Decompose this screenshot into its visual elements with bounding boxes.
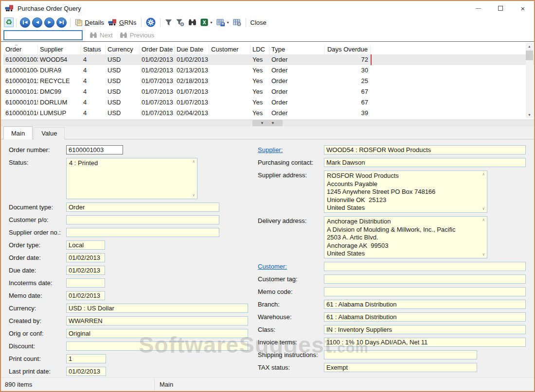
splitter-bar[interactable]: ▼ ▼ bbox=[1, 119, 534, 126]
find-next-button[interactable]: Next bbox=[89, 32, 113, 39]
customer-tag-field[interactable] bbox=[324, 274, 526, 284]
memo-date-field[interactable]: 01/02/2013 bbox=[66, 291, 105, 300]
grid-cell[interactable]: 4 bbox=[81, 98, 106, 107]
grid-cell[interactable]: Yes bbox=[250, 76, 269, 86]
grid-cell[interactable]: 01/07/2013 bbox=[140, 98, 175, 107]
delivery-address-field[interactable]: Anchorage Distribution A Division of Mou… bbox=[324, 216, 487, 258]
grid-cell[interactable] bbox=[209, 80, 250, 83]
grid-cell[interactable]: WOOD54 bbox=[38, 55, 81, 65]
refresh-button[interactable]: ♻ bbox=[4, 17, 14, 27]
customer-po-field[interactable] bbox=[66, 215, 219, 224]
grid-cell[interactable]: RECYCLE bbox=[38, 76, 81, 86]
grid-cell[interactable]: Yes bbox=[250, 87, 269, 97]
order-number-field[interactable]: 6100001003 bbox=[66, 145, 123, 154]
currency-field[interactable]: USD : US Dollar bbox=[66, 304, 248, 313]
grid-cell[interactable]: USD bbox=[106, 87, 140, 97]
column-header-order-date[interactable]: Order Date bbox=[140, 45, 175, 54]
grid-cell[interactable]: 02/13/2013 bbox=[175, 66, 209, 75]
grid-cell[interactable]: Order bbox=[269, 98, 325, 107]
grid-cell[interactable]: 6100001003 bbox=[3, 55, 38, 65]
grid-cell[interactable]: Order bbox=[269, 108, 325, 118]
scrollbar-thumb[interactable] bbox=[526, 51, 533, 60]
grid-cell[interactable]: 01/02/2013 bbox=[175, 55, 209, 65]
grid-cell[interactable]: Order bbox=[269, 66, 325, 75]
previous-record-button[interactable]: ◀ bbox=[32, 17, 42, 28]
grid-row[interactable]: 6100001004DURA94USD01/02/201302/13/2013Y… bbox=[3, 65, 534, 76]
grid-cell[interactable]: USD bbox=[106, 98, 140, 107]
grid-cell[interactable]: 6100001012 bbox=[3, 76, 38, 86]
status-field[interactable]: 4 : Printed∧∨ bbox=[66, 158, 197, 199]
grid-cell[interactable]: Yes bbox=[250, 55, 269, 65]
column-header-type[interactable]: Type bbox=[269, 45, 325, 54]
incoterms-date-field[interactable] bbox=[66, 278, 105, 288]
grid-cell[interactable]: 67 bbox=[325, 87, 371, 97]
discount-field[interactable] bbox=[66, 341, 248, 351]
grid-cell[interactable]: 01/07/2013 bbox=[140, 108, 175, 118]
grid-cell[interactable] bbox=[209, 69, 250, 72]
tab-value[interactable]: Value bbox=[34, 127, 65, 139]
grid-cell[interactable]: 25 bbox=[325, 76, 371, 86]
scrollbar-up-icon[interactable]: ▲ bbox=[526, 43, 533, 50]
last-print-date-field[interactable]: 01/02/2013 bbox=[66, 367, 106, 376]
grid-cell[interactable]: 02/04/2013 bbox=[175, 108, 209, 118]
orig-or-conf-field[interactable]: Original bbox=[66, 329, 248, 338]
grid-cell[interactable]: 6100001004 bbox=[3, 66, 38, 75]
warehouse-field[interactable]: 61 : Alabama Distribution bbox=[324, 312, 526, 322]
last-record-button[interactable]: ▶ bbox=[56, 17, 67, 28]
print-count-field[interactable]: 1 bbox=[66, 354, 106, 363]
column-header-status[interactable]: Status bbox=[81, 45, 106, 54]
grid-cell[interactable]: 4 bbox=[81, 87, 106, 97]
column-header-days-overdue[interactable]: Days Overdue bbox=[325, 45, 371, 54]
grid-cell[interactable]: 01/07/2013 bbox=[175, 87, 209, 97]
first-record-button[interactable]: ◀ bbox=[20, 17, 30, 28]
document-type-field[interactable]: Order bbox=[66, 203, 219, 212]
column-header-supplier[interactable]: Supplier bbox=[38, 45, 81, 54]
grid-cell[interactable]: 6100001015 bbox=[3, 98, 38, 107]
grid-cell[interactable]: 4 bbox=[81, 76, 106, 86]
order-date-field[interactable]: 01/02/2013 bbox=[66, 253, 105, 262]
grid-row[interactable]: 6100001015DORLUM4USD01/07/201301/07/2013… bbox=[3, 97, 534, 108]
splitter-grip[interactable]: ▼ ▼ bbox=[252, 120, 283, 126]
grns-button[interactable]: GRNs bbox=[106, 18, 138, 27]
grid-row[interactable]: 6100001013DMC994USD01/07/201301/07/2013Y… bbox=[3, 86, 534, 97]
grid-cell[interactable]: 01/07/2013 bbox=[140, 76, 175, 86]
grid-cell[interactable]: 02/18/2013 bbox=[175, 76, 209, 86]
grid-cell[interactable] bbox=[209, 102, 250, 104]
customer-field[interactable] bbox=[324, 262, 526, 271]
grid-cell[interactable]: 72 bbox=[325, 55, 371, 65]
scroll-up-icon[interactable]: ∧ bbox=[482, 218, 485, 222]
find-button[interactable] bbox=[186, 18, 198, 27]
grid-cell[interactable]: DURA9 bbox=[38, 66, 81, 75]
supplier-field[interactable]: WOOD54 : ROSFOR Wood Products bbox=[324, 145, 526, 154]
column-header-ldc[interactable]: LDC bbox=[250, 45, 269, 54]
created-by-field[interactable]: WWARREN bbox=[66, 316, 248, 325]
save-layout-button[interactable]: ▾ bbox=[214, 17, 231, 27]
tax-status-field[interactable]: Exempt bbox=[324, 363, 477, 372]
export-excel-button[interactable]: X ▾ bbox=[198, 17, 214, 27]
grid-cell[interactable]: 6100001016 bbox=[3, 108, 38, 118]
close-button[interactable]: Close bbox=[249, 18, 268, 27]
column-header-due-date[interactable]: Due Date bbox=[175, 45, 209, 54]
next-record-button[interactable]: ▶ bbox=[44, 17, 54, 28]
grid-cell[interactable]: 4 bbox=[81, 108, 106, 118]
grid-cell[interactable]: 67 bbox=[325, 98, 371, 107]
grid-row[interactable]: 6100001016LUMSUP4USD01/07/201302/04/2013… bbox=[3, 108, 534, 119]
filter-button[interactable] bbox=[163, 18, 174, 27]
grid-settings-button[interactable] bbox=[231, 17, 243, 27]
grid-cell[interactable]: 4 bbox=[81, 55, 106, 65]
grid-cell[interactable]: 01/07/2013 bbox=[140, 87, 175, 97]
grid-cell[interactable]: 01/02/2013 bbox=[140, 55, 175, 65]
purchasing-contact-field[interactable]: Mark Dawson bbox=[324, 158, 526, 167]
grid-vertical-scrollbar[interactable]: ▲ ▼ bbox=[526, 43, 533, 119]
supplier-label[interactable]: Supplier: bbox=[258, 145, 324, 153]
tab-main[interactable]: Main bbox=[3, 126, 33, 139]
grid-cell[interactable]: 4 bbox=[81, 66, 106, 75]
settings-button[interactable] bbox=[144, 17, 158, 28]
invoice-terms-field[interactable]: 1100 : 1% 10 Days ADI/ADA, Net 11 bbox=[324, 338, 526, 347]
grid-cell[interactable]: Order bbox=[269, 87, 325, 97]
grid-cell[interactable]: 39 bbox=[325, 108, 371, 118]
scroll-down-icon[interactable]: ∨ bbox=[482, 253, 485, 256]
scroll-down-icon[interactable]: ∨ bbox=[482, 207, 485, 211]
find-previous-button[interactable]: Previous bbox=[120, 32, 155, 39]
order-type-field[interactable]: Local bbox=[66, 240, 105, 250]
